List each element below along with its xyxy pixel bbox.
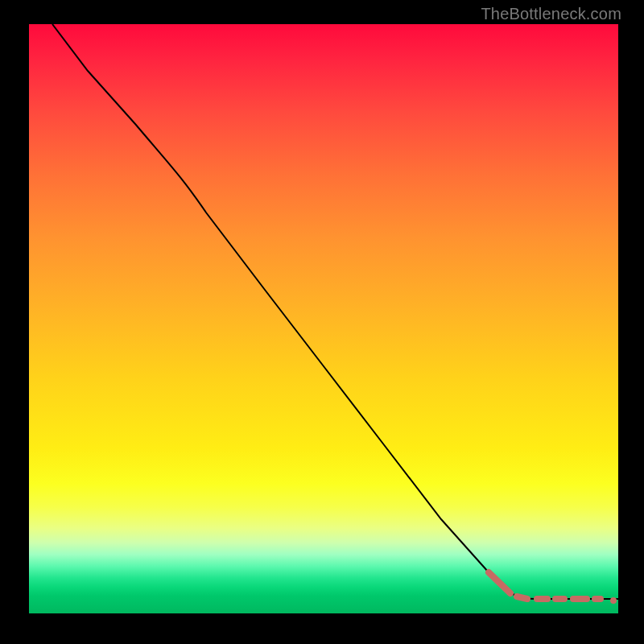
watermark-text: TheBottleneck.com	[481, 5, 621, 23]
chart-stage: TheBottleneck.com	[0, 0, 644, 644]
plot-area	[29, 24, 618, 613]
curve-svg	[29, 24, 618, 613]
main-curve	[52, 24, 618, 599]
svg-point-0	[610, 597, 617, 604]
tail-dashes	[489, 572, 617, 604]
